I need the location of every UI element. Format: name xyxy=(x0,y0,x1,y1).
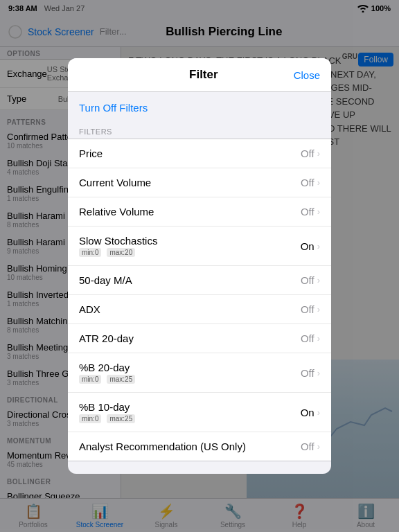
table-row[interactable]: Analyst Recommendation (US Only) Off › xyxy=(68,432,331,461)
filter-row-right: Off › xyxy=(301,274,320,286)
filter-row-left: 50-day M/A xyxy=(79,274,132,286)
filter-status: Off xyxy=(301,367,314,379)
filter-status: On xyxy=(301,240,314,252)
table-row[interactable]: ADX Off › xyxy=(68,295,331,324)
filter-arrow-icon: › xyxy=(317,441,320,452)
filter-arrow-icon: › xyxy=(317,177,320,188)
filter-status: Off xyxy=(301,441,314,452)
filter-params: min:0max:20 xyxy=(79,248,157,257)
filter-arrow-icon: › xyxy=(317,148,320,159)
filter-row-right: Off › xyxy=(301,441,320,452)
filter-name: Analyst Recommendation (US Only) xyxy=(79,441,246,452)
filter-name: ADX xyxy=(79,303,100,315)
filter-row-left: Price xyxy=(79,148,103,159)
table-row[interactable]: ATR 20-day Off › xyxy=(68,324,331,353)
filter-row-right: Off › xyxy=(301,332,320,344)
modal-overlay[interactable]: Filter Close Turn Off Filters FILTERS Pr… xyxy=(0,0,399,532)
filter-param-badge: min:0 xyxy=(79,248,101,257)
filter-name: 50-day M/A xyxy=(79,274,132,286)
filter-status: Off xyxy=(301,177,314,188)
filter-param-badge: max:25 xyxy=(107,414,135,423)
table-row[interactable]: Price Off › xyxy=(68,139,331,168)
filter-row-right: Off › xyxy=(301,148,320,159)
modal-header: Filter Close xyxy=(68,58,331,92)
filter-list: Price Off › Current Volume Off › Relativ… xyxy=(68,139,331,461)
filter-param-badge: max:20 xyxy=(107,248,135,257)
modal-title: Filter xyxy=(114,68,294,82)
filter-arrow-icon: › xyxy=(317,206,320,217)
close-button[interactable]: Close xyxy=(294,69,320,81)
filter-params: min:0max:25 xyxy=(79,375,135,384)
filter-name: %B 10-day xyxy=(79,401,135,413)
table-row[interactable]: %B 10-day min:0max:25 On › xyxy=(68,393,331,432)
filter-row-right: Off › xyxy=(301,206,320,218)
filter-row-right: Off › xyxy=(301,303,320,315)
filter-name: %B 20-day xyxy=(79,362,135,373)
table-row[interactable]: Current Volume Off › xyxy=(68,168,331,197)
filter-row-left: Analyst Recommendation (US Only) xyxy=(79,441,246,452)
filter-row-left: %B 10-day min:0max:25 xyxy=(79,401,135,423)
filter-row-left: ATR 20-day xyxy=(79,332,134,344)
filter-arrow-icon: › xyxy=(317,304,320,314)
filter-arrow-icon: › xyxy=(317,407,320,418)
filter-param-badge: max:25 xyxy=(107,375,135,384)
filter-name: Price xyxy=(79,148,103,159)
filter-name: Slow Stochastics xyxy=(79,235,157,247)
table-row[interactable]: Slow Stochastics min:0max:20 On › xyxy=(68,227,331,266)
filter-arrow-icon: › xyxy=(317,275,320,285)
filter-param-badge: min:0 xyxy=(79,414,101,423)
filter-name: ATR 20-day xyxy=(79,332,134,344)
filter-status: Off xyxy=(301,332,314,344)
filter-arrow-icon: › xyxy=(317,241,320,251)
table-row[interactable]: 50-day M/A Off › xyxy=(68,266,331,295)
filter-row-right: Off › xyxy=(301,367,320,379)
modal-body: Turn Off Filters FILTERS Price Off › Cur… xyxy=(68,92,331,474)
filter-name: Current Volume xyxy=(79,177,151,188)
filter-row-left: Relative Volume xyxy=(79,206,154,218)
modal-spacer xyxy=(68,461,331,474)
filter-params: min:0max:25 xyxy=(79,414,135,423)
filter-param-badge: min:0 xyxy=(79,375,101,384)
filter-status: On xyxy=(301,407,314,418)
filter-arrow-icon: › xyxy=(317,333,320,344)
filter-row-right: On › xyxy=(301,240,320,252)
table-row[interactable]: Relative Volume Off › xyxy=(68,197,331,227)
filter-status: Off xyxy=(301,148,314,159)
table-row[interactable]: %B 20-day min:0max:25 Off › xyxy=(68,353,331,393)
filter-status: Off xyxy=(301,303,314,315)
filter-status: Off xyxy=(301,206,314,218)
filter-row-left: Current Volume xyxy=(79,177,151,188)
turn-off-filters-button[interactable]: Turn Off Filters xyxy=(68,92,331,123)
filter-row-left: Slow Stochastics min:0max:20 xyxy=(79,235,157,257)
filters-section-label: FILTERS xyxy=(68,123,331,139)
filter-modal: Filter Close Turn Off Filters FILTERS Pr… xyxy=(68,58,331,474)
filter-name: Relative Volume xyxy=(79,206,154,218)
filter-row-left: ADX xyxy=(79,303,100,315)
filter-status: Off xyxy=(301,274,314,286)
filter-arrow-icon: › xyxy=(317,368,320,378)
filter-row-right: On › xyxy=(301,407,320,418)
filter-row-right: Off › xyxy=(301,177,320,188)
filter-row-left: %B 20-day min:0max:25 xyxy=(79,362,135,384)
